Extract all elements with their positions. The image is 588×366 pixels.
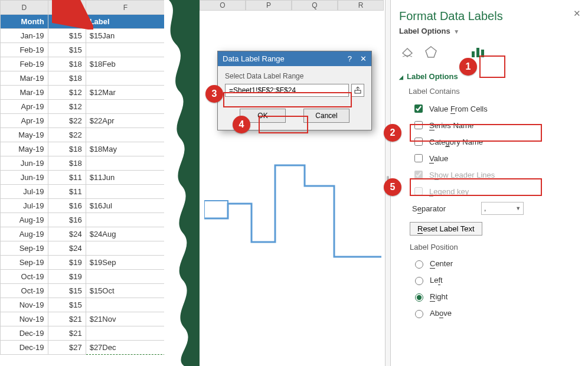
col-q[interactable]: Q [292,0,338,11]
cell-cac[interactable]: $24 [48,227,86,241]
radio-above[interactable] [415,310,423,318]
label-options-icon[interactable] [470,44,486,60]
cell-month[interactable]: Sep-19 [1,256,48,270]
cell-cac[interactable]: $24 [48,241,86,256]
panel-subhead[interactable]: Label Options [399,27,450,35]
range-input[interactable] [225,84,349,97]
cell-month[interactable]: Oct-19 [1,284,48,298]
cell-month[interactable]: Feb-19 [1,43,48,57]
reset-label-text-button[interactable]: Reset Label Text [410,222,482,236]
col-r[interactable]: R [338,0,384,11]
radio-center[interactable] [415,260,423,269]
chart-fragment[interactable] [204,148,381,277]
cell-label[interactable]: $15Oct [86,284,165,298]
cell-month[interactable]: Sep-19 [1,241,48,256]
cell-label[interactable]: $19Sep [86,256,165,270]
col-d[interactable]: D [1,1,48,15]
cell-month[interactable]: Nov-19 [1,312,48,326]
cell-label[interactable] [86,71,165,86]
cell-cac[interactable]: $12 [48,100,86,114]
cell-label[interactable]: $27Dec [86,341,165,355]
cell-month[interactable]: Mar-19 [1,71,48,86]
pos-right[interactable]: Right [412,288,581,305]
cell-cac[interactable]: $11 [48,185,86,199]
cell-cac[interactable]: $18 [48,142,86,156]
col-f[interactable]: F [86,1,165,15]
cell-cac[interactable]: $11 [48,171,86,185]
cell-label[interactable] [86,213,165,227]
cell-cac[interactable]: $15 [48,29,86,43]
cell-cac[interactable]: $22 [48,128,86,142]
cell-cac[interactable]: $21 [48,312,86,326]
cell-month[interactable]: Mar-19 [1,86,48,100]
checkbox-value[interactable] [414,154,423,162]
cancel-button[interactable]: Cancel [303,109,349,123]
cell-month[interactable]: Jul-19 [1,199,48,213]
cell-cac[interactable]: $16 [48,199,86,213]
cell-label[interactable] [86,128,165,142]
range-picker-icon[interactable] [351,84,364,97]
header-month[interactable]: Month [1,15,48,29]
checkbox-series-name[interactable] [414,121,423,129]
cell-month[interactable]: Jun-19 [1,156,48,171]
help-icon[interactable]: ? [348,54,352,63]
cell-label[interactable] [86,156,165,171]
cell-cac[interactable]: $15 [48,298,86,312]
opt-value[interactable]: Value [412,150,581,166]
col-p[interactable]: P [246,0,292,11]
cell-label[interactable] [86,270,165,284]
data-table[interactable]: D E F Month CAC Label Jan-19$15$15JanFeb… [0,0,165,355]
panel-close-icon[interactable]: ✕ [573,8,581,19]
col-o[interactable]: O [200,0,246,11]
opt-series-name[interactable]: Series Name [412,117,581,133]
checkbox-category-name[interactable] [414,138,423,146]
cell-label[interactable]: $12Mar [86,86,165,100]
opt-category-name[interactable]: Category Name [412,133,581,150]
cell-cac[interactable]: $19 [48,270,86,284]
pos-above[interactable]: Above [412,305,581,321]
cell-label[interactable] [86,298,165,312]
opt-value-from-cells[interactable]: Value From Cells [412,100,581,117]
cell-month[interactable]: Dec-19 [1,341,48,355]
cell-label[interactable]: $18May [86,142,165,156]
cell-month[interactable]: Oct-19 [1,270,48,284]
radio-right[interactable] [415,293,423,302]
cell-month[interactable]: Dec-19 [1,326,48,341]
cell-label[interactable]: $21Nov [86,312,165,326]
pos-center[interactable]: Center [412,255,581,272]
cell-label[interactable]: $11Jun [86,171,165,185]
cell-cac[interactable]: $18 [48,156,86,171]
fill-line-icon[interactable] [399,44,416,60]
cell-label[interactable] [86,43,165,57]
cell-cac[interactable]: $19 [48,256,86,270]
checkbox-value-from-cells[interactable] [414,104,423,113]
cell-cac[interactable]: $27 [48,341,86,355]
cell-cac[interactable]: $16 [48,213,86,227]
cell-cac[interactable]: $21 [48,326,86,341]
effects-icon[interactable] [423,44,439,60]
cell-label[interactable] [86,185,165,199]
pos-left[interactable]: Left [412,272,581,288]
cell-month[interactable]: Nov-19 [1,298,48,312]
cell-label[interactable] [86,100,165,114]
dialog-titlebar[interactable]: Data Label Range ? ✕ [218,51,371,66]
cell-month[interactable]: Apr-19 [1,114,48,128]
cell-month[interactable]: Jul-19 [1,185,48,199]
close-icon[interactable]: ✕ [360,54,367,63]
header-label[interactable]: Label [86,15,165,29]
cell-month[interactable]: Jun-19 [1,171,48,185]
chevron-down-icon[interactable]: ▼ [453,28,459,35]
cell-cac[interactable]: $18 [48,57,86,71]
cell-label[interactable]: $18Feb [86,57,165,71]
cell-label[interactable]: $24Aug [86,227,165,241]
cell-cac[interactable]: $15 [48,43,86,57]
cell-cac[interactable]: $12 [48,86,86,100]
cell-month[interactable]: May-19 [1,128,48,142]
cell-label[interactable]: $22Apr [86,114,165,128]
cell-month[interactable]: Aug-19 [1,227,48,241]
radio-left[interactable] [415,277,423,285]
section-label-options[interactable]: Label Options [399,72,581,81]
cell-label[interactable] [86,326,165,341]
separator-select[interactable]: , ▼ [481,202,524,215]
cell-cac[interactable]: $15 [48,284,86,298]
